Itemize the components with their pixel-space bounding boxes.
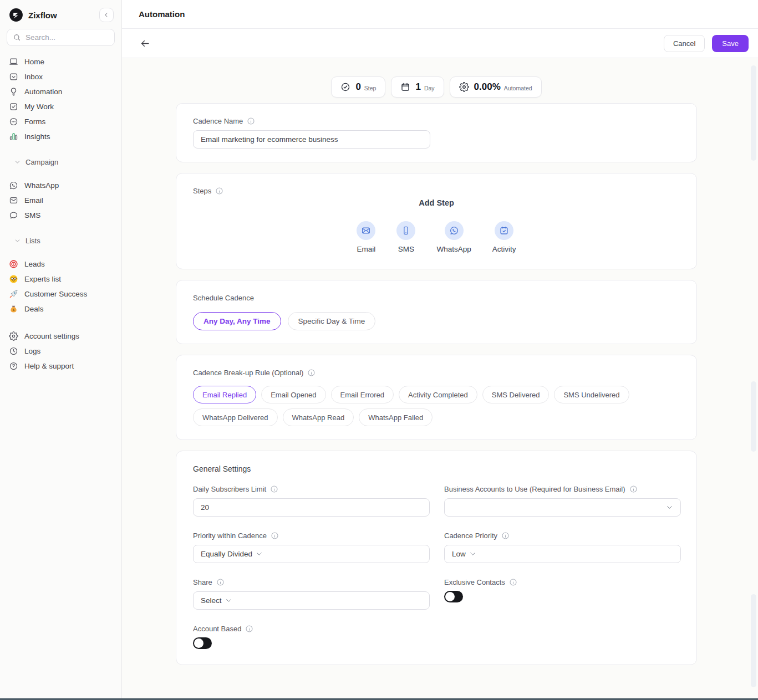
breakup-rule-label: Cadence Break-up Rule (Optional): [193, 369, 303, 377]
page-title: Automation: [139, 9, 185, 19]
breakup-chip-whatsapp-delivered[interactable]: WhatsApp Delivered: [193, 408, 278, 426]
sidebar-item-forms[interactable]: Forms: [0, 114, 121, 129]
sidebar-item-my-work[interactable]: My Work: [0, 99, 121, 114]
daily-subscribers-limit-input[interactable]: [193, 498, 430, 517]
info-icon[interactable]: [216, 578, 225, 586]
step-whatsapp-icon: [449, 226, 459, 236]
exclusive-contacts-toggle[interactable]: [444, 591, 463, 602]
search-icon: [13, 33, 21, 42]
chevron-left-icon: [103, 12, 110, 18]
search-box[interactable]: [7, 29, 115, 46]
breakup-rule-chips: Email RepliedEmail OpenedEmail ErroredAc…: [193, 386, 680, 426]
add-step-whatsapp[interactable]: WhatsApp: [436, 221, 471, 253]
info-icon[interactable]: [509, 578, 517, 586]
breakup-chip-sms-undelivered[interactable]: SMS Undelivered: [554, 386, 629, 403]
clock-icon: [9, 346, 18, 356]
account-based-toggle[interactable]: [193, 637, 212, 649]
info-icon[interactable]: [271, 532, 279, 540]
sidebar-item-label: Leads: [24, 260, 45, 268]
add-step-email[interactable]: Email: [357, 221, 375, 253]
info-icon[interactable]: [247, 117, 255, 125]
step-label: WhatsApp: [436, 245, 471, 253]
schedule-option-specific-day-time[interactable]: Specific Day & Time: [288, 312, 376, 330]
sidebar-item-label: Deals: [24, 305, 44, 313]
share-select[interactable]: Select: [193, 591, 430, 610]
breakup-chip-email-replied[interactable]: Email Replied: [193, 386, 256, 403]
info-icon[interactable]: [215, 187, 223, 195]
sidebar-item-label: SMS: [24, 211, 40, 219]
info-icon[interactable]: [245, 625, 253, 633]
bulb-icon: [9, 87, 18, 96]
add-step-activity[interactable]: Activity: [492, 221, 516, 253]
sidebar-footer: Account settings Logs Help & support: [0, 329, 121, 374]
sidebar-item-sms[interactable]: SMS: [0, 208, 121, 223]
sidebar-item-logs[interactable]: Logs: [0, 344, 121, 359]
info-icon[interactable]: [629, 485, 638, 493]
sidebar-item-account-settings[interactable]: Account settings: [0, 329, 121, 344]
add-step-sms[interactable]: SMS: [396, 221, 415, 253]
cancel-button[interactable]: Cancel: [664, 35, 705, 52]
sidebar-item-deals[interactable]: $ Deals: [0, 302, 121, 316]
priority-within-cadence-select[interactable]: Equally Divided: [193, 545, 430, 563]
search-input[interactable]: [26, 33, 109, 42]
schedule-option-any-day-any-time[interactable]: Any Day, Any Time: [193, 312, 281, 330]
sidebar-item-home[interactable]: Home: [0, 54, 121, 69]
sidebar-item-label: Automation: [24, 88, 62, 96]
breakup-chip-sms-delivered[interactable]: SMS Delivered: [482, 386, 550, 403]
info-icon[interactable]: [270, 485, 278, 493]
chevron-down-icon: [14, 159, 21, 165]
cadence-priority-field: Cadence Priority Low: [444, 532, 681, 563]
breakup-rule-card: Cadence Break-up Rule (Optional) Email R…: [176, 355, 697, 440]
info-icon[interactable]: [307, 369, 316, 377]
info-icon[interactable]: [501, 532, 510, 540]
scrollbar-thumb[interactable]: [751, 65, 756, 161]
help-icon: [9, 361, 18, 371]
brand-name: Zixflow: [28, 11, 57, 20]
section-lists[interactable]: Lists: [0, 233, 121, 248]
priority-within-cadence-value: Equally Divided: [201, 550, 252, 558]
chevron-down-icon: [256, 550, 263, 558]
add-step-options: Email SMS WhatsApp Activity: [193, 221, 680, 256]
steps-label: Steps: [193, 187, 211, 195]
sidebar-item-inbox[interactable]: Inbox: [0, 69, 121, 84]
sidebar-header: Zixflow: [0, 7, 121, 29]
sidebar-item-leads[interactable]: Leads: [0, 257, 121, 272]
sidebar-item-automation[interactable]: Automation: [0, 84, 121, 99]
scrollbar-thumb[interactable]: [751, 594, 756, 687]
breakup-chip-email-errored[interactable]: Email Errored: [331, 386, 394, 403]
sidebar-item-whatsapp[interactable]: WhatsApp: [0, 178, 121, 193]
daily-subscribers-limit-field: Daily Subscribers Limit: [193, 485, 430, 517]
stat-pill-days: 1 Day: [391, 76, 444, 98]
brand: Zixflow: [9, 8, 57, 22]
sidebar-item-label: Customer Success: [24, 290, 87, 298]
sidebar-item-customer-success[interactable]: Customer Success: [0, 287, 121, 302]
breakup-chip-activity-completed[interactable]: Activity Completed: [399, 386, 477, 403]
breakup-chip-whatsapp-read[interactable]: WhatsApp Read: [283, 408, 354, 426]
whatsapp-icon: [9, 181, 18, 190]
cadence-priority-select[interactable]: Low: [444, 545, 681, 563]
step-label: SMS: [398, 245, 414, 253]
schedule-cadence-card: Schedule Cadence Any Day, Any TimeSpecif…: [176, 280, 697, 344]
save-button[interactable]: Save: [712, 35, 749, 52]
general-settings-card: General Settings Daily Subscribers Limit: [176, 451, 697, 665]
chevron-down-icon: [225, 597, 232, 604]
cadence-name-label: Cadence Name: [193, 117, 243, 125]
back-button[interactable]: [140, 38, 150, 49]
sidebar-item-experts-list[interactable]: Experts list: [0, 272, 121, 287]
sidebar-item-label: WhatsApp: [24, 181, 59, 190]
breakup-chip-email-opened[interactable]: Email Opened: [261, 386, 325, 403]
section-campaign[interactable]: Campaign: [0, 155, 121, 170]
sidebar-item-label: Logs: [24, 347, 40, 355]
money-bag-icon: $: [9, 304, 18, 314]
sidebar-item-email[interactable]: Email: [0, 193, 121, 208]
breakup-chip-whatsapp-failed[interactable]: WhatsApp Failed: [359, 408, 433, 426]
cadence-name-input[interactable]: [193, 130, 430, 149]
sidebar-item-insights[interactable]: Insights: [0, 129, 121, 144]
scrollbar-thumb[interactable]: [751, 381, 756, 452]
business-accounts-select[interactable]: [444, 498, 681, 517]
business-accounts-field: Business Accounts to Use (Required for B…: [444, 485, 681, 517]
sidebar-item-label: Insights: [24, 132, 50, 141]
zixflow-logo: [9, 8, 23, 22]
sidebar-item-help-support[interactable]: Help & support: [0, 359, 121, 374]
sidebar-collapse-button[interactable]: [99, 8, 114, 22]
